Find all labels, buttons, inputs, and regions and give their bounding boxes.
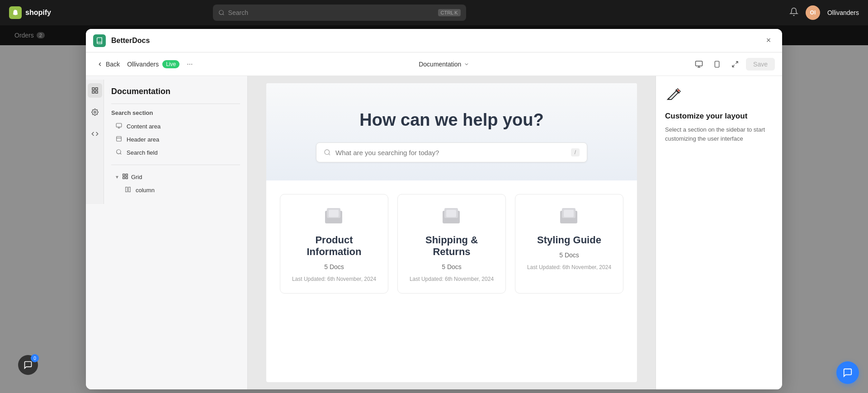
topbar-search-input[interactable] bbox=[228, 9, 434, 16]
shopify-logo-text: shopify bbox=[25, 9, 51, 17]
topbar-right: Ol Ollivanders bbox=[789, 5, 859, 20]
modal-overlay: BetterDocs × Back Ollivanders Live ··· D… bbox=[0, 25, 868, 45]
modal-title: BetterDocs bbox=[111, 37, 150, 45]
shopify-logo: shopify bbox=[9, 6, 51, 19]
modal-header: BetterDocs × bbox=[86, 29, 782, 45]
topbar-search-container[interactable]: CTRL K bbox=[213, 5, 466, 21]
user-avatar[interactable]: Ol bbox=[806, 5, 820, 20]
svg-point-0 bbox=[219, 10, 223, 14]
shopify-topbar: shopify CTRL K Ol Ollivanders bbox=[0, 0, 868, 25]
bell-icon[interactable] bbox=[789, 7, 798, 19]
shopify-logo-icon bbox=[9, 6, 22, 19]
modal-app-icon bbox=[93, 34, 106, 46]
search-icon bbox=[218, 9, 225, 16]
betterdocs-modal: BetterDocs × Back Ollivanders Live ··· D… bbox=[86, 29, 782, 45]
username-label: Ollivanders bbox=[827, 9, 859, 16]
modal-close-button[interactable]: × bbox=[762, 34, 775, 46]
search-shortcut: CTRL K bbox=[438, 9, 461, 16]
